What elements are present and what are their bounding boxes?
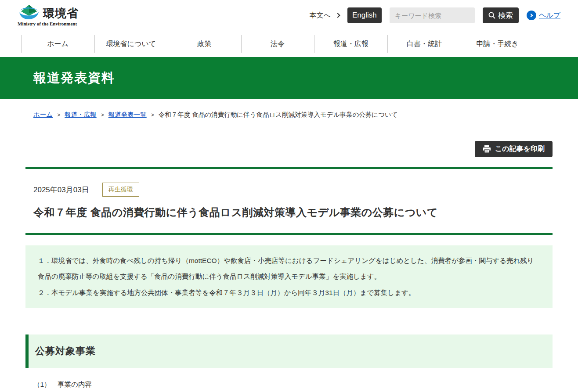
nav-item-home[interactable]: ホーム xyxy=(21,31,94,57)
summary-paragraph-1: １．環境省では、外食時の食べ残しの持ち帰り（mottECO）や飲食店・小売店等に… xyxy=(38,253,540,285)
help-link[interactable]: ヘルプ xyxy=(527,11,560,20)
nav-item-press[interactable]: 報道・広報 xyxy=(314,31,387,57)
article-title: 令和７年度 食品の消費行動に伴う食品ロス削減対策導入モデル事業の公募について xyxy=(33,205,553,219)
title-underline xyxy=(25,233,553,235)
search-input[interactable] xyxy=(390,7,475,23)
global-nav: ホーム 環境省について 政策 法令 報道・広報 白書・統計 申請・手続き xyxy=(21,31,534,57)
summary-paragraph-2: ２．本モデル事業を実施する地方公共団体・事業者等を令和７年３月３日（月）から同年… xyxy=(38,285,540,301)
subsection-heading: （1） 事業の内容 xyxy=(33,380,553,389)
nav-item-whitepaper[interactable]: 白書・統計 xyxy=(387,31,461,57)
ministry-logo-icon xyxy=(18,4,40,22)
breadcrumb-separator: > xyxy=(57,112,60,118)
page-banner: 報道発表資料 xyxy=(0,57,578,99)
skip-to-content-link[interactable]: 本文へ xyxy=(310,11,340,20)
nav-item-policy[interactable]: 政策 xyxy=(168,31,241,57)
page-title: 報道発表資料 xyxy=(33,71,115,85)
breadcrumb-home-link[interactable]: ホーム xyxy=(33,111,53,119)
content-top-rule xyxy=(25,167,553,169)
printer-icon xyxy=(483,145,491,153)
print-article-button[interactable]: この記事を印刷 xyxy=(475,141,553,157)
breadcrumb-separator: > xyxy=(151,112,154,118)
breadcrumb: ホーム > 報道・広報 > 報道発表一覧 > 令和７年度 食品の消費行動に伴う食… xyxy=(25,111,553,119)
nav-item-procedures[interactable]: 申請・手続き xyxy=(461,31,534,57)
breadcrumb-press-list-link[interactable]: 報道発表一覧 xyxy=(108,111,147,119)
chevron-right-icon xyxy=(335,13,340,18)
ministry-logo[interactable]: 環境省 Ministry of the Environment xyxy=(18,4,79,26)
publish-date: 2025年03月03日 xyxy=(33,185,89,195)
summary-box: １．環境省では、外食時の食べ残しの持ち帰り（mottECO）や飲食店・小売店等に… xyxy=(25,245,553,308)
category-badge: 再生循環 xyxy=(102,183,139,197)
nav-item-about[interactable]: 環境省について xyxy=(94,31,168,57)
site-title: 環境省 xyxy=(43,6,79,21)
help-arrow-icon xyxy=(527,11,536,20)
nav-item-laws[interactable]: 法令 xyxy=(241,31,314,57)
search-icon xyxy=(488,12,495,19)
breadcrumb-current: 令和７年度 食品の消費行動に伴う食品ロス削減対策導入モデル事業の公募について xyxy=(159,111,398,119)
section-heading: 公募対象事業 xyxy=(35,345,553,358)
article-content: この記事を印刷 2025年03月03日 再生循環 令和７年度 食品の消費行動に伴… xyxy=(25,141,553,389)
section-heading-bar: 公募対象事業 xyxy=(25,334,553,368)
english-button[interactable]: English xyxy=(347,7,382,23)
breadcrumb-separator: > xyxy=(101,112,104,118)
search-button[interactable]: 検索 xyxy=(483,7,519,23)
breadcrumb-press-link[interactable]: 報道・広報 xyxy=(65,111,97,119)
site-subtitle: Ministry of the Environment xyxy=(18,21,79,26)
site-header: 環境省 Ministry of the Environment 本文へ Engl… xyxy=(0,0,578,31)
